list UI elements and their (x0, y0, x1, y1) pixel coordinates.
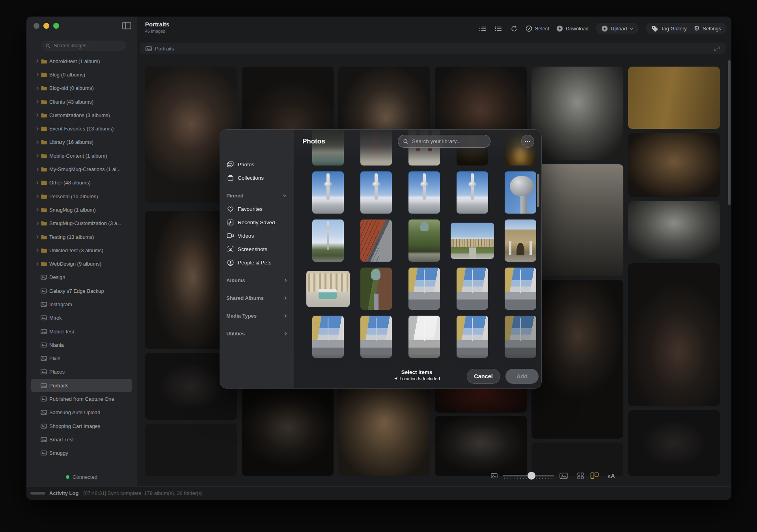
gallery-photo-feathers[interactable] (531, 67, 623, 160)
list-view-icon[interactable] (494, 25, 503, 33)
sidebar-item-pixie[interactable]: Pixie (31, 352, 132, 365)
sidebar-item-testing-13-albums[interactable]: Testing (13 albums) (31, 230, 132, 244)
sidebar-item-mirek[interactable]: Mirek (31, 311, 132, 325)
close-button[interactable] (34, 23, 39, 29)
sidebar-item-niania[interactable]: Niania (31, 338, 132, 352)
gallery-photo-woman-dark[interactable] (628, 263, 720, 406)
sidebar-item-galaxy-s7-edge-backup[interactable]: Galaxy s7 Edge Backup (31, 284, 132, 298)
sidebar-item-event-favorites-13-albums[interactable]: Event-Favorites (13 albums) (31, 122, 132, 135)
sidebar-item-my-smugmug-creations-1-al[interactable]: My-SmugMug-Creations (1 al... (31, 162, 132, 176)
breadcrumb-label[interactable]: Portraits (155, 46, 174, 52)
sidebar-toggle-icon[interactable] (122, 22, 132, 30)
thumbnail-size-slider[interactable] (503, 472, 554, 480)
sidebar-item-other-48-albums[interactable]: Other (48 albums) (31, 176, 132, 190)
sidebar-item-samsung-auto-upload[interactable]: Samsung Auto Upload (31, 406, 132, 419)
picker-photo-altes-museum[interactable] (451, 223, 494, 259)
refresh-icon[interactable] (510, 25, 518, 33)
picker-photo-street[interactable] (360, 316, 392, 358)
picker-sidebar-item-favourites[interactable]: Favourites (220, 202, 294, 216)
picker-photo-red-tiles[interactable] (360, 219, 392, 262)
picker-sidebar-item-screenshots[interactable]: Screenshots (220, 242, 294, 256)
more-options-button[interactable]: ••• (521, 135, 534, 148)
sidebar-item-smugmug-1-album[interactable]: SmugMug (1 album) (31, 203, 132, 216)
picker-photo-tv-tower-trees[interactable] (312, 219, 344, 262)
picker-section-albums[interactable]: Albums (220, 273, 294, 287)
slider-thumb[interactable] (528, 472, 535, 480)
settings-button[interactable]: ⚙ Settings (694, 25, 721, 32)
picker-photo-street-bw[interactable] (408, 316, 440, 358)
picker-photo-street-dim[interactable] (505, 316, 536, 358)
sidebar-item-blog-0-albums[interactable]: Blog (0 albums) (31, 68, 132, 81)
picker-sidebar-item-videos[interactable]: Videos (220, 229, 294, 242)
activity-log-label[interactable]: Activity Log (49, 490, 78, 496)
list-compact-view-icon[interactable] (478, 25, 487, 33)
picker-photo-nationalgalerie[interactable] (505, 219, 536, 262)
zoom-button[interactable] (53, 23, 59, 29)
link-icon[interactable] (714, 46, 720, 52)
picker-photo-tv-tower[interactable] (360, 171, 392, 214)
sidebar-item-instagram[interactable]: Instagram (31, 298, 132, 311)
picker-photo-dome-trees[interactable] (360, 268, 392, 310)
picker-sidebar-item-collections[interactable]: Collections (220, 171, 294, 184)
sidebar-item-mobile-test[interactable]: Mobile test (31, 325, 132, 338)
sidebar-item-blog-old-0-albums[interactable]: Blog-old (0 albums) (31, 82, 132, 95)
library-search-field[interactable] (411, 138, 485, 145)
sidebar-item-shopping-cart-images[interactable]: Shopping Cart Images (31, 419, 132, 433)
sidebar-item-published-from-capture-one[interactable]: Published from Capture One (31, 392, 132, 406)
library-search-input[interactable] (398, 135, 490, 148)
sidebar-item-customizations-3-albums[interactable]: Customizations (3 albums) (31, 108, 132, 122)
picker-section-pinned[interactable]: Pinned (220, 189, 294, 202)
picker-photo-tv-tower[interactable] (408, 171, 440, 214)
picker-section-media-types[interactable]: Media Types (220, 309, 294, 322)
add-button[interactable]: Add (505, 369, 539, 384)
masonry-view-icon[interactable] (590, 472, 599, 479)
gallery-photo-sepia[interactable] (628, 133, 720, 197)
tag-gallery-button[interactable]: Tag Gallery (651, 25, 687, 32)
picker-sidebar-item-recently-saved[interactable]: Recently Saved (220, 216, 294, 229)
download-button[interactable]: Download (556, 25, 589, 32)
gallery-photo-hat[interactable] (242, 386, 334, 476)
search-images-input[interactable] (41, 41, 126, 51)
sidebar-item-places[interactable]: Places (31, 365, 132, 379)
picker-photo-tv-tower[interactable] (312, 171, 344, 214)
gallery-photo-ushanka[interactable] (435, 416, 527, 476)
picker-sidebar-item-people-pets[interactable]: People & Pets (220, 256, 294, 269)
sidebar-item-android-test-1-album[interactable]: Android-test (1 album) (31, 54, 132, 68)
picker-section-shared-albums[interactable]: Shared Albums (220, 291, 294, 305)
sidebar-item-mobile-content-1-album[interactable]: Mobile-Content (1 album) (31, 149, 132, 162)
minimize-button[interactable] (43, 23, 49, 29)
gallery-photo-dark2[interactable] (628, 410, 720, 476)
main-scrollbar[interactable] (728, 60, 731, 205)
sidebar-item-portraits[interactable]: Portraits (31, 379, 132, 392)
gallery-photo-dark[interactable] (145, 424, 237, 476)
gallery-photo-shaved[interactable] (531, 164, 623, 276)
sidebar-item-unlisted-test-3-albums[interactable]: Unlisted-test (3 albums) (31, 244, 132, 257)
search-images-field[interactable] (53, 43, 122, 49)
picker-section-utilities[interactable]: Utilities (220, 327, 294, 340)
picker-photo-colonnade-bus[interactable] (306, 271, 350, 307)
grid-view-icon[interactable] (577, 472, 585, 480)
picker-sidebar-item-photos[interactable]: Photos (220, 158, 294, 171)
upload-button[interactable]: Upload (601, 25, 633, 32)
sidebar-item-webdesign-9-albums[interactable]: WebDesign (9 albums) (31, 257, 132, 270)
sidebar-item-library-16-albums[interactable]: Library (16 albums) (31, 136, 132, 149)
gallery-photo-feathers[interactable] (628, 201, 720, 259)
picker-photo-street[interactable] (505, 268, 536, 310)
picker-photo-street[interactable] (457, 316, 488, 358)
picker-photo-park-dome[interactable] (408, 219, 440, 262)
cancel-button[interactable]: Cancel (467, 369, 500, 384)
picker-photo-tv-sphere[interactable] (505, 171, 536, 214)
text-size-icon[interactable]: AA (608, 473, 615, 479)
gallery-photo-beard[interactable] (531, 280, 623, 439)
picker-photo-tv-tower[interactable] (457, 171, 488, 214)
picker-scrollbar[interactable] (537, 174, 539, 207)
picker-photo-street[interactable] (312, 316, 344, 358)
sidebar-item-smuggy[interactable]: Smuggy (31, 446, 132, 460)
sidebar-item-personal-10-albums[interactable]: Personal (10 albums) (31, 190, 132, 203)
picker-photo-street[interactable] (457, 268, 488, 310)
gallery-photo-golden[interactable] (628, 67, 720, 129)
select-button[interactable]: Select (526, 25, 549, 32)
activity-progress-bar[interactable] (30, 492, 45, 495)
sidebar-item-clients-43-albums[interactable]: Clients (43 albums) (31, 95, 132, 108)
sidebar-item-smugmug-customization-3-a[interactable]: SmugMug-Customization (3 a... (31, 217, 132, 230)
